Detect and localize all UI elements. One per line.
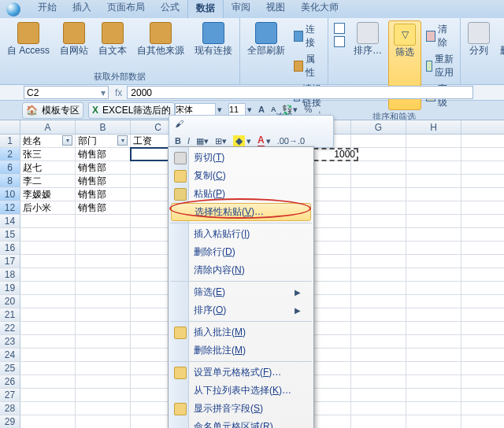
ctx-item[interactable]: 命名单元格区域(R)… [170,418,312,428]
fill-color-icon[interactable]: ◆▾ [232,135,253,147]
cell-H6[interactable] [406,161,461,174]
cell-H21[interactable] [406,308,461,321]
cell-A18[interactable] [20,268,76,281]
cell-G23[interactable] [351,335,406,348]
font-color-icon[interactable]: A▾ [256,135,272,147]
cell-H2[interactable] [406,148,461,160]
cell-B28[interactable] [76,402,131,415]
cell-A28[interactable] [20,402,76,415]
remove-duplicates-button[interactable]: 删除 重复项 [496,20,504,70]
cell-A26[interactable] [20,375,76,388]
ctx-item[interactable]: 删除批注(M) [170,341,312,360]
sort-az-button[interactable] [332,22,347,35]
cell-A10[interactable]: 李嫒嫒 [20,188,76,201]
existing-conn-button[interactable]: 现有连接 [191,20,236,70]
italic-icon[interactable]: I [186,135,191,147]
col-header-H[interactable]: H [406,120,461,134]
sort-za-button[interactable] [332,35,347,48]
cell-H26[interactable] [406,375,461,388]
cell-A12[interactable]: 后小米 [20,201,76,214]
cell-G16[interactable] [351,242,406,254]
cell-B26[interactable] [76,375,131,388]
cell-B10[interactable]: 销售部 [76,188,131,201]
row-header[interactable]: 8 [0,175,20,187]
cell-A20[interactable] [20,295,76,308]
ribbon-tab-插入[interactable]: 插入 [65,0,99,18]
cell-B17[interactable] [76,255,131,268]
cell-G29[interactable] [351,415,406,428]
row-header[interactable]: 14 [0,215,20,227]
row-header[interactable]: 18 [0,268,20,281]
font-size-combo[interactable]: ▾ [227,103,254,116]
border-icon[interactable]: ⊞▾ [213,135,228,147]
ribbon-tab-公式[interactable]: 公式 [153,0,187,18]
grow-font-icon[interactable]: A [257,103,266,116]
ribbon-tab-视图[interactable]: 视图 [258,0,293,18]
row-header[interactable]: 26 [0,375,20,388]
cell-A6[interactable]: 赵七 [20,161,76,174]
cell-B20[interactable] [76,295,131,308]
ctx-item[interactable]: 插入批注(M) [170,321,312,341]
select-all-corner[interactable] [0,120,20,134]
row-header[interactable]: 21 [0,308,20,321]
cell-B12[interactable]: 销售部 [76,201,131,214]
cell-A14[interactable] [20,215,76,227]
cell-G1[interactable] [351,135,406,147]
cell-H17[interactable] [406,255,461,268]
cell-A24[interactable] [20,349,76,361]
cell-B21[interactable] [76,308,131,321]
row-header[interactable]: 2 [0,148,20,160]
cell-G20[interactable] [351,295,406,308]
cell-A23[interactable] [20,335,76,348]
cell-G26[interactable] [351,375,406,388]
cell-A8[interactable]: 李二 [20,175,76,187]
cell-B8[interactable]: 销售部 [76,175,131,187]
ctx-item[interactable]: 选择性粘贴(V)… [171,203,311,221]
from-web-button[interactable]: 自网站 [56,20,92,70]
cell-H24[interactable] [406,349,461,361]
font-family-combo[interactable]: ▾ [173,103,224,116]
cell-H27[interactable] [406,389,461,401]
cell-A17[interactable] [20,255,76,268]
from-other-button[interactable]: 自其他来源 [133,20,188,70]
col-header-A[interactable]: A [20,120,76,134]
cell-H8[interactable] [406,175,461,187]
cell-G28[interactable] [351,402,406,415]
mini-format-toolbar[interactable]: ▾ ▾ A A 💱▾ % , 🖌 B I ▦▾ ⊞▾ ◆▾ A▾ .00→.0 … [169,115,334,148]
ctx-item[interactable]: 剪切(T) [170,149,312,167]
col-header-B[interactable]: B [76,120,131,134]
reapply-button[interactable]: 重新应用 [424,52,457,80]
cell-G27[interactable] [351,389,406,401]
shrink-font-icon[interactable]: A [269,103,278,116]
cell-A2[interactable]: 张三 [20,148,76,160]
filter-button[interactable]: ▽筛选 [390,22,420,59]
cell-A27[interactable] [20,389,76,401]
properties-button[interactable]: 属性 [291,52,324,80]
cell-A22[interactable] [20,322,76,334]
cell-G25[interactable] [351,362,406,374]
row-header[interactable]: 15 [0,228,20,241]
cell-G17[interactable] [351,255,406,268]
cell-B22[interactable] [76,322,131,334]
filter-dropdown-icon[interactable] [117,135,128,146]
cell-H29[interactable] [406,415,461,428]
row-header[interactable]: 19 [0,282,20,294]
cell-B24[interactable] [76,349,131,361]
clear-filter-button[interactable]: 清除 [424,22,457,50]
cell-A15[interactable] [20,228,76,241]
ctx-item[interactable]: 排序(O)▶ [170,301,312,319]
row-header[interactable]: 24 [0,349,20,361]
filter-dropdown-icon[interactable] [62,135,72,146]
text-to-columns-button[interactable]: 分列 [464,20,494,70]
row-header[interactable]: 12 [0,201,20,214]
ribbon-tab-页面布局[interactable]: 页面布局 [99,0,153,18]
cell-B2[interactable]: 销售部 [76,148,131,160]
cell-B18[interactable] [76,268,131,281]
bold-icon[interactable]: B [173,135,183,147]
cell-G15[interactable] [351,228,406,241]
ctx-item[interactable]: 复制(C) [170,167,312,185]
template-tab[interactable]: 🏠模板专区 [22,102,83,119]
cell-H28[interactable] [406,402,461,415]
cell-B27[interactable] [76,389,131,401]
cell-B14[interactable] [76,215,131,227]
